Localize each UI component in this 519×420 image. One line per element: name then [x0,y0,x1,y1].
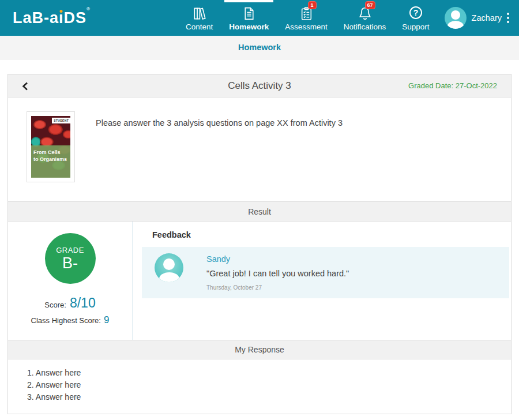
class-highest-value: 9 [104,314,109,326]
card-header: Cells Activity 3 Graded Date: 27-Oct-202… [8,74,511,97]
clipboard-icon: 1 [299,5,314,21]
active-tab-indicator [224,0,273,2]
result-section-bar: Result [8,201,511,222]
user-avatar [445,7,467,29]
assessment-badge: 1 [308,1,317,9]
feedback-message: "Great job! I can tell you worked hard." [206,269,349,278]
book-cover-image: STUDENT From Cells to Organisms [31,116,70,178]
assignment-description: Please answer the 3 analysis questions o… [96,118,343,201]
graded-date: Graded Date: 27-Oct-2022 [408,81,497,90]
feedback-panel: Sandy "Great job! I can tell you worked … [142,247,509,298]
top-navbar: LaB-aıDS® Content [0,0,519,36]
nav-item-content[interactable]: Content [178,0,221,36]
book-thumbnail[interactable]: STUDENT From Cells to Organisms [27,111,75,182]
nav-item-assessment[interactable]: 1 Assessment [277,0,336,36]
class-highest-label: Class Highest Score: [31,316,101,325]
answer-line-3: 3. Answer here [27,391,499,403]
result-section-title: Result [248,207,271,216]
back-button[interactable] [18,74,32,97]
nav-menu: Content Homework [178,0,511,36]
my-response-section-bar: My Response [8,340,511,359]
document-icon [242,5,256,21]
teacher-avatar [155,253,183,282]
notifications-badge: 67 [365,1,375,9]
grade-label: GRADE [56,246,84,254]
score-value: 8/10 [70,295,96,311]
feedback-title: Feedback [152,230,509,239]
nav-label-assessment: Assessment [285,22,328,31]
feedback-author: Sandy [206,254,349,264]
page-title-bar: Homework [0,36,519,59]
labaids-logo[interactable]: LaB-aıDS® [13,9,91,27]
answer-line-1: 1. Answer here [27,367,499,379]
kebab-menu-icon[interactable] [505,11,511,25]
nav-item-homework[interactable]: Homework [221,0,277,36]
nav-item-support[interactable]: ? Support [394,0,437,36]
registered-mark: ® [86,6,91,12]
nav-item-notifications[interactable]: 67 Notifications [336,0,394,36]
grade-badge: GRADE B- [45,233,96,284]
feedback-content: Sandy "Great job! I can tell you worked … [206,253,349,291]
books-icon [192,5,207,21]
bell-icon: 67 [358,5,373,21]
user-profile[interactable]: Zachary [445,7,511,29]
chevron-left-icon [22,82,28,91]
question-icon: ? [409,5,422,21]
score-label: Score: [44,301,66,309]
result-section: GRADE B- Score: 8/10 Class Highest Score… [8,222,511,340]
my-response-section-title: My Response [235,345,284,354]
assignment-section: STUDENT From Cells to Organisms Please a… [8,97,511,201]
answer-line-2: 2. Answer here [27,379,499,391]
nav-label-content: Content [186,22,213,31]
score-column: GRADE B- Score: 8/10 Class Highest Score… [8,222,133,340]
activity-title: Cells Activity 3 [228,80,291,92]
score-line: Score: 8/10 [44,295,95,311]
class-highest-line: Class Highest Score: 9 [31,314,110,326]
nav-label-notifications: Notifications [344,22,386,31]
grade-value: B- [62,254,78,272]
my-response-answers: 1. Answer here 2. Answer here 3. Answer … [8,359,511,414]
feedback-column: Feedback Sandy "Great job! I can tell yo… [133,222,511,340]
nav-label-homework: Homework [229,22,269,31]
user-name: Zachary [472,13,502,22]
student-tag: STUDENT [52,118,70,123]
feedback-date: Thursday, October 27 [206,284,349,291]
homework-detail-card: Cells Activity 3 Graded Date: 27-Oct-202… [7,74,512,414]
page-title: Homework [238,43,281,52]
nav-label-support: Support [402,22,429,31]
book-title: From Cells to Organisms [31,145,70,178]
